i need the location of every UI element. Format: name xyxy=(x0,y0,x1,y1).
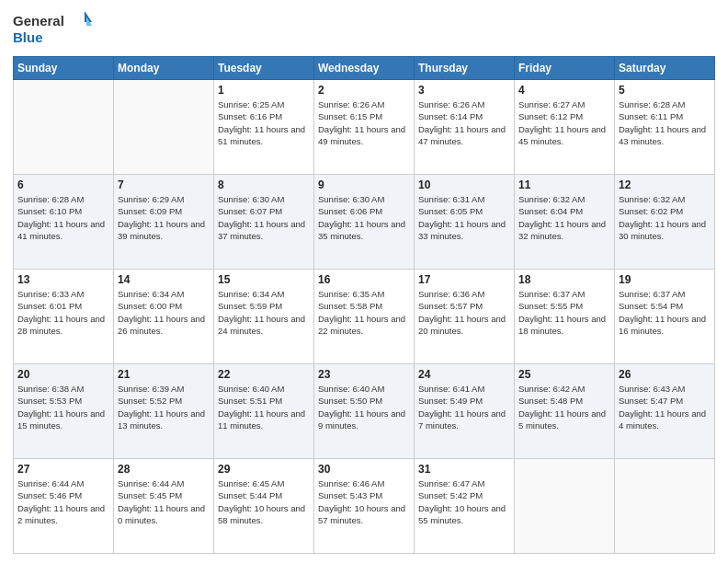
day-info: Sunrise: 6:41 AMSunset: 5:49 PMDaylight:… xyxy=(418,383,510,431)
calendar-cell: 30Sunrise: 6:46 AMSunset: 5:43 PMDayligh… xyxy=(314,459,415,554)
day-info: Sunrise: 6:30 AMSunset: 6:07 PMDaylight:… xyxy=(218,193,310,242)
svg-text:General: General xyxy=(13,13,64,29)
calendar-cell: 3Sunrise: 6:26 AMSunset: 6:14 PMDaylight… xyxy=(415,80,515,175)
day-number: 2 xyxy=(318,84,410,97)
day-info: Sunrise: 6:30 AMSunset: 6:06 PMDaylight:… xyxy=(318,193,410,242)
day-info: Sunrise: 6:26 AMSunset: 6:14 PMDaylight:… xyxy=(418,98,510,147)
day-number: 4 xyxy=(518,84,610,97)
calendar-cell: 26Sunrise: 6:43 AMSunset: 5:47 PMDayligh… xyxy=(615,364,715,459)
day-number: 12 xyxy=(619,178,711,191)
calendar-cell: 12Sunrise: 6:32 AMSunset: 6:02 PMDayligh… xyxy=(615,175,715,270)
day-header-saturday: Saturday xyxy=(615,57,715,80)
day-number: 11 xyxy=(518,178,610,191)
day-info: Sunrise: 6:40 AMSunset: 5:50 PMDaylight:… xyxy=(318,383,410,431)
calendar-cell: 6Sunrise: 6:28 AMSunset: 6:10 PMDaylight… xyxy=(14,175,114,270)
day-info: Sunrise: 6:36 AMSunset: 5:57 PMDaylight:… xyxy=(418,288,510,337)
day-info: Sunrise: 6:40 AMSunset: 5:51 PMDaylight:… xyxy=(218,383,310,431)
day-number: 25 xyxy=(518,368,610,381)
day-number: 5 xyxy=(619,84,711,97)
day-info: Sunrise: 6:38 AMSunset: 5:53 PMDaylight:… xyxy=(17,383,109,431)
calendar-cell xyxy=(114,80,214,175)
day-number: 19 xyxy=(619,273,711,286)
calendar-cell: 18Sunrise: 6:37 AMSunset: 5:55 PMDayligh… xyxy=(515,270,615,364)
calendar-week-row: 27Sunrise: 6:44 AMSunset: 5:46 PMDayligh… xyxy=(14,459,715,554)
calendar-cell: 31Sunrise: 6:47 AMSunset: 5:42 PMDayligh… xyxy=(415,459,515,554)
day-header-tuesday: Tuesday xyxy=(214,57,314,80)
calendar-cell: 1Sunrise: 6:25 AMSunset: 6:16 PMDaylight… xyxy=(214,80,314,175)
day-info: Sunrise: 6:26 AMSunset: 6:15 PMDaylight:… xyxy=(318,98,410,147)
day-info: Sunrise: 6:28 AMSunset: 6:10 PMDaylight:… xyxy=(17,193,109,242)
calendar-week-row: 13Sunrise: 6:33 AMSunset: 6:01 PMDayligh… xyxy=(14,270,715,364)
day-number: 7 xyxy=(118,178,210,191)
calendar-cell: 21Sunrise: 6:39 AMSunset: 5:52 PMDayligh… xyxy=(114,364,214,459)
day-number: 13 xyxy=(17,273,109,286)
day-info: Sunrise: 6:44 AMSunset: 5:46 PMDaylight:… xyxy=(17,477,109,526)
day-number: 16 xyxy=(318,273,410,286)
calendar-cell: 24Sunrise: 6:41 AMSunset: 5:49 PMDayligh… xyxy=(415,364,515,459)
calendar-cell: 9Sunrise: 6:30 AMSunset: 6:06 PMDaylight… xyxy=(314,175,415,270)
day-info: Sunrise: 6:29 AMSunset: 6:09 PMDaylight:… xyxy=(118,193,210,242)
day-number: 23 xyxy=(318,368,410,381)
logo: General Blue xyxy=(13,9,96,51)
calendar-cell: 10Sunrise: 6:31 AMSunset: 6:05 PMDayligh… xyxy=(415,175,515,270)
day-info: Sunrise: 6:37 AMSunset: 5:54 PMDaylight:… xyxy=(619,288,711,337)
calendar-cell: 28Sunrise: 6:44 AMSunset: 5:45 PMDayligh… xyxy=(114,459,214,554)
day-header-monday: Monday xyxy=(114,57,214,80)
calendar-week-row: 6Sunrise: 6:28 AMSunset: 6:10 PMDaylight… xyxy=(14,175,715,270)
calendar-cell: 22Sunrise: 6:40 AMSunset: 5:51 PMDayligh… xyxy=(214,364,314,459)
day-number: 20 xyxy=(17,368,109,381)
day-number: 10 xyxy=(418,178,510,191)
day-number: 18 xyxy=(518,273,610,286)
day-header-sunday: Sunday xyxy=(14,57,114,80)
day-info: Sunrise: 6:43 AMSunset: 5:47 PMDaylight:… xyxy=(619,383,711,431)
calendar-cell: 20Sunrise: 6:38 AMSunset: 5:53 PMDayligh… xyxy=(14,364,114,459)
calendar-cell xyxy=(14,80,114,175)
calendar-cell xyxy=(615,459,715,554)
calendar-cell: 7Sunrise: 6:29 AMSunset: 6:09 PMDaylight… xyxy=(114,175,214,270)
logo-svg: General Blue xyxy=(13,9,96,51)
day-info: Sunrise: 6:27 AMSunset: 6:12 PMDaylight:… xyxy=(518,98,610,147)
day-number: 29 xyxy=(218,463,310,476)
day-info: Sunrise: 6:35 AMSunset: 5:58 PMDaylight:… xyxy=(318,288,410,337)
day-info: Sunrise: 6:44 AMSunset: 5:45 PMDaylight:… xyxy=(118,477,210,526)
day-info: Sunrise: 6:47 AMSunset: 5:42 PMDaylight:… xyxy=(418,477,510,526)
day-number: 26 xyxy=(619,368,711,381)
calendar-cell: 16Sunrise: 6:35 AMSunset: 5:58 PMDayligh… xyxy=(314,270,415,364)
calendar-week-row: 1Sunrise: 6:25 AMSunset: 6:16 PMDaylight… xyxy=(14,80,715,175)
calendar-cell: 29Sunrise: 6:45 AMSunset: 5:44 PMDayligh… xyxy=(214,459,314,554)
calendar-cell: 13Sunrise: 6:33 AMSunset: 6:01 PMDayligh… xyxy=(14,270,114,364)
day-info: Sunrise: 6:39 AMSunset: 5:52 PMDaylight:… xyxy=(118,383,210,431)
calendar-table: SundayMondayTuesdayWednesdayThursdayFrid… xyxy=(13,56,715,554)
calendar-cell: 17Sunrise: 6:36 AMSunset: 5:57 PMDayligh… xyxy=(415,270,515,364)
calendar-cell: 14Sunrise: 6:34 AMSunset: 6:00 PMDayligh… xyxy=(114,270,214,364)
day-number: 17 xyxy=(418,273,510,286)
day-number: 9 xyxy=(318,178,410,191)
day-info: Sunrise: 6:42 AMSunset: 5:48 PMDaylight:… xyxy=(518,383,610,431)
day-number: 3 xyxy=(418,84,510,97)
calendar-cell: 15Sunrise: 6:34 AMSunset: 5:59 PMDayligh… xyxy=(214,270,314,364)
day-info: Sunrise: 6:28 AMSunset: 6:11 PMDaylight:… xyxy=(619,98,711,147)
calendar-cell: 4Sunrise: 6:27 AMSunset: 6:12 PMDaylight… xyxy=(515,80,615,175)
calendar-cell: 27Sunrise: 6:44 AMSunset: 5:46 PMDayligh… xyxy=(14,459,114,554)
day-info: Sunrise: 6:46 AMSunset: 5:43 PMDaylight:… xyxy=(318,477,410,526)
calendar-cell xyxy=(515,459,615,554)
calendar-week-row: 20Sunrise: 6:38 AMSunset: 5:53 PMDayligh… xyxy=(14,364,715,459)
day-info: Sunrise: 6:31 AMSunset: 6:05 PMDaylight:… xyxy=(418,193,510,242)
day-info: Sunrise: 6:32 AMSunset: 6:02 PMDaylight:… xyxy=(619,193,711,242)
calendar-cell: 25Sunrise: 6:42 AMSunset: 5:48 PMDayligh… xyxy=(515,364,615,459)
day-number: 24 xyxy=(418,368,510,381)
calendar-cell: 5Sunrise: 6:28 AMSunset: 6:11 PMDaylight… xyxy=(615,80,715,175)
header: General Blue xyxy=(13,9,715,51)
day-header-wednesday: Wednesday xyxy=(314,57,415,80)
day-number: 6 xyxy=(17,178,109,191)
day-info: Sunrise: 6:45 AMSunset: 5:44 PMDaylight:… xyxy=(218,477,310,526)
calendar-cell: 8Sunrise: 6:30 AMSunset: 6:07 PMDaylight… xyxy=(214,175,314,270)
day-number: 22 xyxy=(218,368,310,381)
day-number: 30 xyxy=(318,463,410,476)
day-number: 27 xyxy=(17,463,109,476)
calendar-cell: 11Sunrise: 6:32 AMSunset: 6:04 PMDayligh… xyxy=(515,175,615,270)
day-number: 21 xyxy=(118,368,210,381)
day-number: 14 xyxy=(118,273,210,286)
page: General Blue SundayMondayTuesdayWednesda… xyxy=(0,0,728,563)
day-info: Sunrise: 6:37 AMSunset: 5:55 PMDaylight:… xyxy=(518,288,610,337)
